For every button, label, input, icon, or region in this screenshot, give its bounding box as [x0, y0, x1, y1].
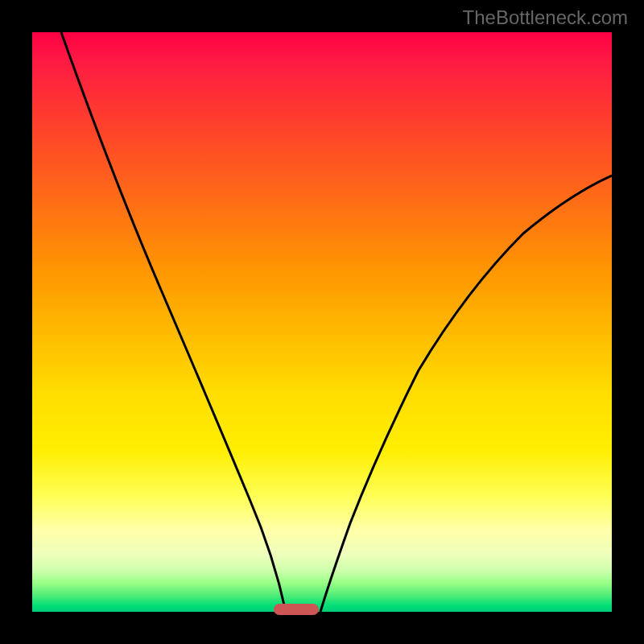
chart-plot-area — [32, 32, 612, 612]
optimal-marker — [274, 604, 319, 615]
chart-curves — [32, 32, 612, 612]
watermark-text: TheBottleneck.com — [463, 6, 628, 29]
right-curve-line — [320, 175, 612, 612]
left-curve-line — [61, 32, 286, 612]
